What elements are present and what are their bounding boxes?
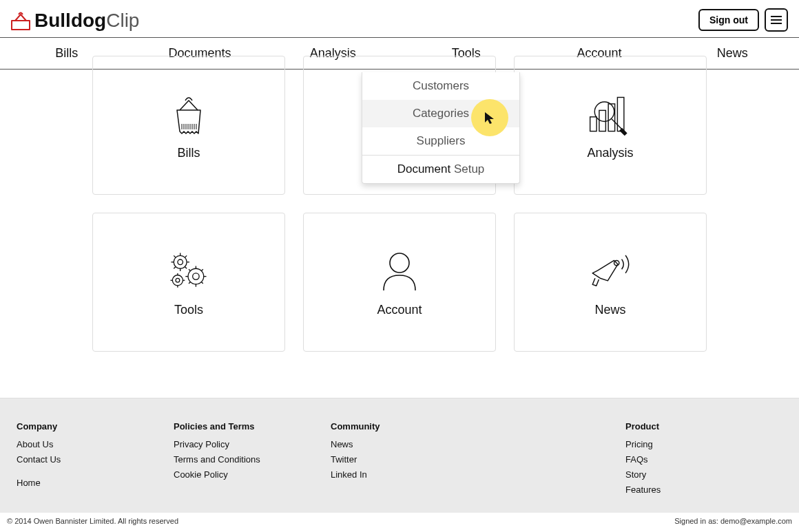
dropdown-item-categories[interactable]: Categories [362, 100, 519, 127]
gears-icon [165, 248, 213, 296]
footer-col-community: Community News Twitter Linked In [331, 419, 488, 498]
tools-dropdown: Customers Categories Suppliers Document … [362, 72, 520, 184]
footer-link-terms[interactable]: Terms and Conditions [174, 452, 331, 467]
svg-point-29 [193, 273, 199, 279]
card-tools[interactable]: Tools [92, 213, 285, 352]
dropdown-docsetup-prefix: Document [397, 162, 450, 175]
analysis-chart-icon [586, 91, 634, 139]
svg-line-34 [189, 269, 191, 271]
footer-col-policies: Policies and Terms Privacy Policy Terms … [174, 419, 331, 498]
hamburger-icon [771, 15, 782, 25]
logo-text-bold: Bulldog [34, 10, 106, 31]
person-icon [375, 248, 424, 296]
svg-point-16 [594, 102, 614, 121]
receipt-clip-icon [165, 91, 213, 139]
footer-policies-title: Policies and Terms [174, 419, 331, 434]
card-news[interactable]: News [514, 213, 707, 352]
copyright-text: © 2014 Owen Bannister Limited. All right… [7, 517, 178, 525]
card-bills-label: Bills [177, 146, 200, 160]
card-news-label: News [594, 303, 625, 317]
footer-link-features[interactable]: Features [625, 482, 782, 498]
header: BulldogClip Sign out [0, 0, 799, 37]
signed-in-text: Signed in as: demo@example.com [674, 517, 792, 525]
footer-link-cookie[interactable]: Cookie Policy [174, 467, 331, 482]
footer-product-title: Product [625, 419, 782, 434]
footer-link-contact[interactable]: Contact Us [17, 452, 174, 467]
dropdown-item-customers[interactable]: Customers [362, 72, 519, 100]
card-analysis-label: Analysis [587, 146, 633, 160]
svg-rect-0 [12, 21, 30, 30]
card-bills[interactable]: Bills [92, 56, 285, 195]
megaphone-icon [586, 248, 634, 296]
card-analysis[interactable]: Analysis [514, 56, 707, 195]
footer-col-product: Product Pricing FAQs Story Features [488, 419, 782, 498]
svg-point-38 [172, 275, 183, 285]
dropdown-item-document-setup[interactable]: Document Setup [362, 156, 519, 183]
sign-out-button[interactable]: Sign out [698, 9, 759, 31]
svg-point-39 [176, 278, 180, 282]
logo[interactable]: BulldogClip [11, 10, 139, 30]
footer-link-story[interactable]: Story [625, 467, 782, 482]
footer-link-pricing[interactable]: Pricing [625, 437, 782, 452]
svg-line-36 [189, 281, 191, 284]
svg-line-24 [174, 255, 176, 257]
svg-point-19 [178, 259, 183, 265]
svg-line-26 [174, 266, 176, 268]
dropdown-item-suppliers[interactable]: Suppliers [362, 127, 519, 155]
card-account[interactable]: Account [303, 213, 496, 352]
footer: Company About Us Contact Us Home Policie… [0, 398, 799, 532]
dropdown-docsetup-label: Setup [454, 162, 484, 175]
footer-community-title: Community [331, 419, 488, 434]
card-tools-label: Tools [174, 303, 203, 317]
footer-link-home[interactable]: Home [17, 476, 174, 491]
svg-line-25 [185, 266, 187, 268]
footer-link-linkedin[interactable]: Linked In [331, 467, 488, 482]
svg-line-27 [185, 255, 187, 257]
footer-link-privacy[interactable]: Privacy Policy [174, 437, 331, 452]
footer-link-faqs[interactable]: FAQs [625, 452, 782, 467]
svg-rect-12 [590, 116, 596, 131]
svg-line-37 [201, 269, 203, 271]
footer-link-about[interactable]: About Us [17, 437, 174, 452]
footer-col-company: Company About Us Contact Us Home [17, 419, 174, 498]
card-account-label: Account [377, 303, 422, 317]
logo-text-light: Clip [106, 10, 139, 31]
bulldog-clip-icon [11, 10, 30, 30]
menu-button[interactable] [765, 8, 788, 32]
footer-link-news[interactable]: News [331, 437, 488, 452]
footer-link-twitter[interactable]: Twitter [331, 452, 488, 467]
svg-line-35 [201, 281, 203, 284]
footer-company-title: Company [17, 419, 174, 434]
svg-point-44 [390, 253, 409, 273]
